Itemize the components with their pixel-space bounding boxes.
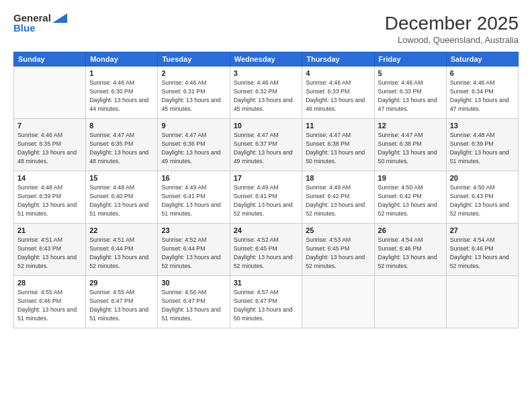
day-cell: 21Sunrise: 4:51 AMSunset: 6:43 PMDayligh… — [14, 223, 86, 275]
week-row-2: 7Sunrise: 4:46 AMSunset: 6:35 PMDaylight… — [14, 118, 519, 171]
day-number: 17 — [234, 174, 299, 182]
day-info: Sunrise: 4:48 AMSunset: 6:40 PMDaylight:… — [89, 183, 154, 219]
day-number: 3 — [234, 69, 299, 77]
logo: General Blue — [13, 12, 67, 34]
day-number: 1 — [89, 69, 154, 77]
day-number: 27 — [450, 226, 515, 234]
day-info: Sunrise: 4:47 AMSunset: 6:35 PMDaylight:… — [89, 131, 154, 167]
day-info: Sunrise: 4:50 AMSunset: 6:42 PMDaylight:… — [378, 183, 443, 219]
day-number: 29 — [89, 279, 154, 287]
day-cell: 4Sunrise: 4:46 AMSunset: 6:33 PMDaylight… — [302, 66, 374, 118]
day-info: Sunrise: 4:57 AMSunset: 6:47 PMDaylight:… — [234, 288, 299, 324]
day-info: Sunrise: 4:51 AMSunset: 6:43 PMDaylight:… — [17, 236, 82, 271]
day-cell: 17Sunrise: 4:49 AMSunset: 6:41 PMDayligh… — [230, 171, 302, 223]
day-cell: 23Sunrise: 4:52 AMSunset: 6:44 PMDayligh… — [158, 223, 230, 275]
day-info: Sunrise: 4:53 AMSunset: 6:45 PMDaylight:… — [306, 236, 370, 271]
calendar-table: Sunday Monday Tuesday Wednesday Thursday… — [13, 52, 519, 328]
day-cell: 25Sunrise: 4:53 AMSunset: 6:45 PMDayligh… — [302, 223, 374, 275]
day-number: 23 — [161, 226, 226, 234]
day-cell: 8Sunrise: 4:47 AMSunset: 6:35 PMDaylight… — [86, 118, 158, 171]
day-cell: 24Sunrise: 4:52 AMSunset: 6:45 PMDayligh… — [230, 223, 302, 275]
day-info: Sunrise: 4:49 AMSunset: 6:41 PMDaylight:… — [234, 183, 299, 219]
day-info: Sunrise: 4:52 AMSunset: 6:45 PMDaylight:… — [234, 236, 299, 271]
day-number: 6 — [450, 69, 515, 77]
calendar-page: General Blue December 2025 Lowood, Queen… — [0, 0, 532, 411]
day-number: 15 — [89, 174, 154, 182]
day-info: Sunrise: 4:46 AMSunset: 6:33 PMDaylight:… — [378, 79, 443, 114]
day-cell: 19Sunrise: 4:50 AMSunset: 6:42 PMDayligh… — [374, 171, 446, 223]
day-cell: 6Sunrise: 4:46 AMSunset: 6:34 PMDaylight… — [446, 66, 518, 118]
week-row-3: 14Sunrise: 4:48 AMSunset: 6:39 PMDayligh… — [14, 171, 519, 223]
day-number: 7 — [17, 122, 82, 130]
day-number: 8 — [89, 122, 154, 130]
day-info: Sunrise: 4:47 AMSunset: 6:38 PMDaylight:… — [306, 131, 370, 167]
day-number: 11 — [306, 122, 370, 130]
day-number: 18 — [306, 174, 370, 182]
day-cell: 18Sunrise: 4:49 AMSunset: 6:42 PMDayligh… — [302, 171, 374, 223]
day-cell: 12Sunrise: 4:47 AMSunset: 6:38 PMDayligh… — [374, 118, 446, 171]
logo-icon — [52, 13, 67, 23]
week-row-5: 28Sunrise: 4:55 AMSunset: 6:46 PMDayligh… — [14, 275, 519, 328]
day-cell: 2Sunrise: 4:46 AMSunset: 6:31 PMDaylight… — [158, 66, 230, 118]
day-info: Sunrise: 4:54 AMSunset: 6:46 PMDaylight:… — [378, 236, 443, 271]
day-cell: 30Sunrise: 4:56 AMSunset: 6:47 PMDayligh… — [158, 275, 230, 328]
day-info: Sunrise: 4:56 AMSunset: 6:47 PMDaylight:… — [161, 288, 226, 324]
day-number: 4 — [306, 69, 370, 77]
day-cell — [14, 66, 86, 118]
day-info: Sunrise: 4:46 AMSunset: 6:32 PMDaylight:… — [234, 79, 299, 114]
day-number: 5 — [378, 69, 443, 77]
day-cell: 16Sunrise: 4:49 AMSunset: 6:41 PMDayligh… — [158, 171, 230, 223]
day-info: Sunrise: 4:46 AMSunset: 6:35 PMDaylight:… — [17, 131, 82, 167]
day-info: Sunrise: 4:50 AMSunset: 6:43 PMDaylight:… — [450, 183, 515, 219]
logo-blue: Blue — [13, 22, 36, 34]
day-cell: 10Sunrise: 4:47 AMSunset: 6:37 PMDayligh… — [230, 118, 302, 171]
day-info: Sunrise: 4:47 AMSunset: 6:37 PMDaylight:… — [234, 131, 299, 167]
day-number: 24 — [234, 226, 299, 234]
day-number: 9 — [161, 122, 226, 130]
day-number: 30 — [161, 279, 226, 287]
day-number: 10 — [234, 122, 299, 130]
month-title: December 2025 — [385, 12, 519, 35]
day-info: Sunrise: 4:47 AMSunset: 6:38 PMDaylight:… — [378, 131, 443, 167]
header-sunday: Sunday — [14, 52, 86, 66]
day-number: 14 — [17, 174, 82, 182]
title-block: December 2025 Lowood, Queensland, Austra… — [385, 12, 519, 45]
day-number: 13 — [450, 122, 515, 130]
week-row-1: 1Sunrise: 4:46 AMSunset: 6:30 PMDaylight… — [14, 66, 519, 118]
day-number: 12 — [378, 122, 443, 130]
day-number: 20 — [450, 174, 515, 182]
day-info: Sunrise: 4:48 AMSunset: 6:39 PMDaylight:… — [17, 183, 82, 219]
header: General Blue December 2025 Lowood, Queen… — [13, 12, 519, 45]
day-number: 21 — [17, 226, 82, 234]
day-cell: 5Sunrise: 4:46 AMSunset: 6:33 PMDaylight… — [374, 66, 446, 118]
day-info: Sunrise: 4:46 AMSunset: 6:34 PMDaylight:… — [450, 79, 515, 114]
svg-marker-0 — [52, 13, 67, 23]
day-info: Sunrise: 4:46 AMSunset: 6:30 PMDaylight:… — [89, 79, 154, 114]
day-cell — [374, 275, 446, 328]
day-number: 25 — [306, 226, 370, 234]
day-cell — [302, 275, 374, 328]
header-wednesday: Wednesday — [230, 52, 302, 66]
day-number: 16 — [161, 174, 226, 182]
day-cell: 3Sunrise: 4:46 AMSunset: 6:32 PMDaylight… — [230, 66, 302, 118]
day-info: Sunrise: 4:48 AMSunset: 6:39 PMDaylight:… — [450, 131, 515, 167]
day-info: Sunrise: 4:52 AMSunset: 6:44 PMDaylight:… — [161, 236, 226, 271]
day-info: Sunrise: 4:49 AMSunset: 6:41 PMDaylight:… — [161, 183, 226, 219]
day-cell — [446, 275, 518, 328]
day-cell: 31Sunrise: 4:57 AMSunset: 6:47 PMDayligh… — [230, 275, 302, 328]
header-thursday: Thursday — [302, 52, 374, 66]
day-cell: 27Sunrise: 4:54 AMSunset: 6:46 PMDayligh… — [446, 223, 518, 275]
day-info: Sunrise: 4:46 AMSunset: 6:31 PMDaylight:… — [161, 79, 226, 114]
day-cell: 14Sunrise: 4:48 AMSunset: 6:39 PMDayligh… — [14, 171, 86, 223]
day-info: Sunrise: 4:47 AMSunset: 6:36 PMDaylight:… — [161, 131, 226, 167]
day-info: Sunrise: 4:51 AMSunset: 6:44 PMDaylight:… — [89, 236, 154, 271]
header-row: Sunday Monday Tuesday Wednesday Thursday… — [14, 52, 519, 66]
header-saturday: Saturday — [446, 52, 518, 66]
day-cell: 20Sunrise: 4:50 AMSunset: 6:43 PMDayligh… — [446, 171, 518, 223]
day-number: 26 — [378, 226, 443, 234]
day-info: Sunrise: 4:55 AMSunset: 6:46 PMDaylight:… — [17, 288, 82, 324]
day-cell: 29Sunrise: 4:55 AMSunset: 6:47 PMDayligh… — [86, 275, 158, 328]
day-cell: 11Sunrise: 4:47 AMSunset: 6:38 PMDayligh… — [302, 118, 374, 171]
day-number: 22 — [89, 226, 154, 234]
day-cell: 26Sunrise: 4:54 AMSunset: 6:46 PMDayligh… — [374, 223, 446, 275]
